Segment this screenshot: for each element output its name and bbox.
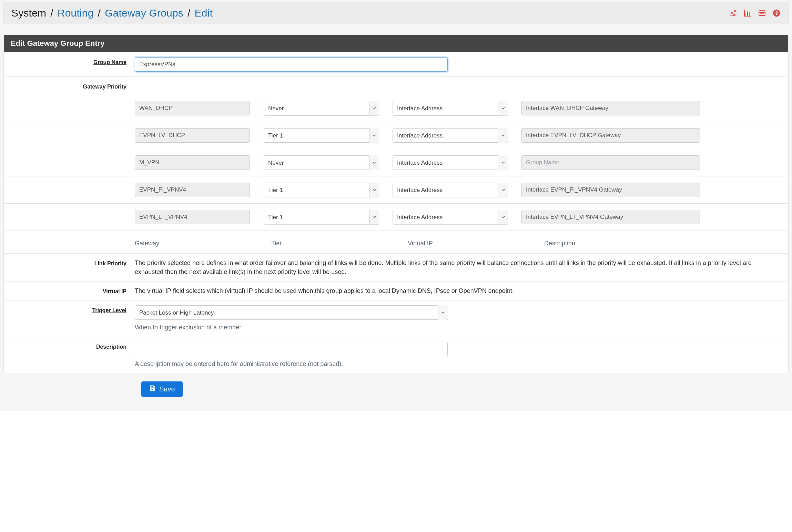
gateway-name: WAN_DHCP: [135, 101, 250, 115]
breadcrumb-sep: /: [98, 7, 101, 19]
col-virtual-ip: Virtual IP: [408, 240, 523, 247]
group-name-input[interactable]: [135, 57, 448, 72]
gateway-description: Interface WAN_DHCP Gateway: [521, 101, 700, 115]
virtual-ip-select[interactable]: Interface Address: [393, 101, 508, 115]
col-gateway: Gateway: [135, 240, 250, 247]
breadcrumb-sep: /: [50, 7, 53, 19]
gateway-name: EVPN_LV_DHCP: [135, 128, 250, 143]
tier-select[interactable]: Tier 1: [264, 183, 379, 197]
gateway-description: Group Name: [521, 155, 700, 170]
breadcrumb-system: System: [11, 7, 46, 19]
svg-rect-11: [759, 11, 765, 16]
breadcrumb-routing[interactable]: Routing: [58, 7, 94, 19]
gateway-row: EVPN_LV_DHCPTier 1Interface AddressInter…: [135, 125, 781, 145]
help-virtual-ip: The virtual IP field selects which (virt…: [135, 286, 781, 295]
gateway-description: Interface EVPN_LV_DHCP Gateway: [521, 128, 700, 143]
gateway-row: EVPN_FI_VPNV4Tier 1Interface AddressInte…: [135, 180, 781, 200]
gateway-row: M_VPNNeverInterface AddressGroup Name: [135, 153, 781, 173]
panel-title: Edit Gateway Group Entry: [4, 35, 788, 52]
tier-select[interactable]: Never: [264, 155, 379, 170]
help-icon[interactable]: ?: [772, 9, 781, 17]
virtual-ip-select[interactable]: Interface Address: [393, 210, 508, 224]
svg-rect-16: [151, 386, 154, 387]
trigger-level-select[interactable]: Packet Loss or High Latency: [135, 305, 448, 320]
breadcrumb-gateway-groups[interactable]: Gateway Groups: [105, 7, 183, 19]
virtual-ip-select[interactable]: Interface Address: [393, 183, 508, 197]
gateway-name: EVPN_FI_VPNV4: [135, 183, 250, 197]
virtual-ip-select[interactable]: Interface Address: [393, 155, 508, 170]
help-description: A description may be entered here for ad…: [135, 360, 781, 368]
tier-select[interactable]: Tier 1: [264, 210, 379, 224]
virtual-ip-select[interactable]: Interface Address: [393, 128, 508, 143]
label-link-priority: Link Priority: [7, 258, 135, 267]
header-icons: ?: [729, 9, 781, 17]
edit-panel: Edit Gateway Group Entry Group Name Gate…: [3, 34, 789, 373]
page-header: System / Routing / Gateway Groups / Edit: [3, 2, 789, 24]
save-button-label: Save: [159, 385, 175, 393]
label-gateway-priority: Gateway Priority: [7, 82, 135, 90]
svg-point-5: [733, 14, 735, 16]
label-description: Description: [7, 342, 135, 350]
description-input[interactable]: [135, 342, 448, 356]
log-icon[interactable]: [758, 9, 766, 17]
gateway-description: Interface EVPN_LT_VPNV4 Gateway: [521, 210, 700, 224]
col-tier: Tier: [271, 240, 386, 247]
help-trigger-level: When to trigger exclusion of a member: [135, 323, 781, 331]
label-trigger-level: Trigger Level: [7, 305, 135, 314]
breadcrumb-sep: /: [187, 7, 191, 19]
tier-select[interactable]: Never: [264, 101, 379, 115]
help-link-priority: The priority selected here defines in wh…: [135, 258, 781, 276]
breadcrumb-edit[interactable]: Edit: [195, 7, 213, 19]
svg-text:?: ?: [775, 10, 778, 16]
gateway-row: EVPN_LT_VPNV4Tier 1Interface AddressInte…: [135, 207, 781, 227]
label-virtual-ip: Virtual IP: [7, 286, 135, 295]
breadcrumb: System / Routing / Gateway Groups / Edit: [11, 7, 213, 19]
gateway-description: Interface EVPN_FI_VPNV4 Gateway: [521, 183, 700, 197]
chart-icon[interactable]: [743, 9, 752, 17]
gateway-name: M_VPN: [135, 155, 250, 170]
col-description: Description: [544, 240, 723, 247]
svg-rect-17: [151, 389, 154, 391]
label-group-name: Group Name: [7, 57, 135, 65]
save-icon: [149, 385, 156, 393]
tier-select[interactable]: Tier 1: [264, 128, 379, 143]
gateway-column-headers: Gateway Tier Virtual IP Description: [135, 236, 781, 248]
sliders-icon[interactable]: [729, 9, 737, 17]
gateway-name: EVPN_LT_VPNV4: [135, 210, 250, 224]
save-button[interactable]: Save: [141, 381, 183, 397]
svg-point-4: [731, 12, 732, 14]
gateway-row: WAN_DHCPNeverInterface AddressInterface …: [135, 98, 781, 118]
svg-point-3: [734, 10, 735, 12]
